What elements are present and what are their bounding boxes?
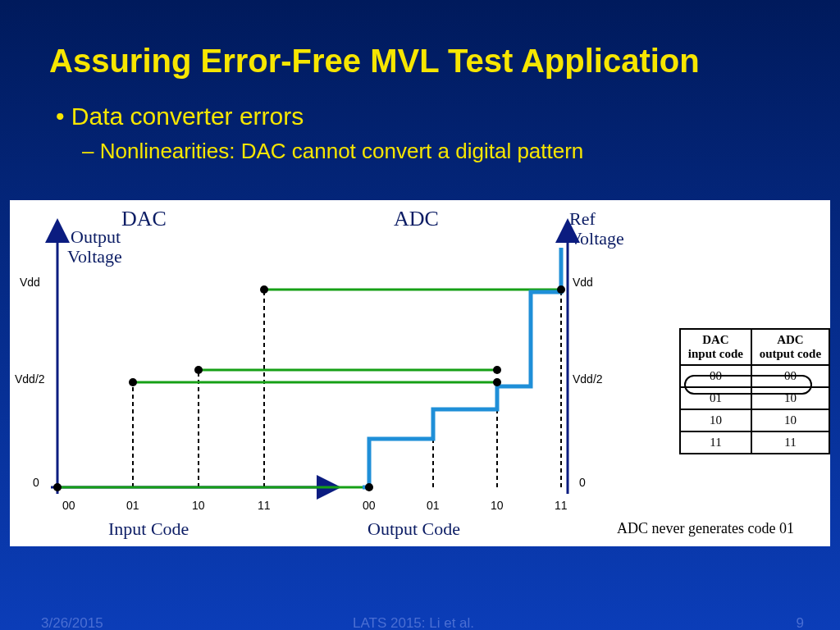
- bullet-level-1: Data converter errors: [75, 103, 840, 130]
- slide-title: Assuring Error-Free MVL Test Application: [0, 0, 840, 80]
- table-row: 1010: [680, 409, 829, 431]
- svg-point-18: [365, 483, 373, 491]
- svg-point-20: [493, 366, 501, 374]
- svg-point-14: [53, 483, 62, 491]
- table-row-circled: 0110: [680, 387, 829, 409]
- footer-date: 3/26/2015: [41, 615, 103, 630]
- figure-caption: ADC never generates code 01: [617, 520, 794, 537]
- table-header-adc: ADC output code: [751, 329, 829, 365]
- svg-point-19: [493, 378, 501, 386]
- footer-page-number: 9: [797, 615, 804, 630]
- svg-point-16: [194, 366, 203, 374]
- bullet-list: Data converter errors Nonlinearities: DA…: [0, 80, 840, 164]
- table-row: 0000: [680, 365, 829, 387]
- figure-panel: DAC Output Voltage Input Code ADC Output…: [10, 200, 830, 546]
- footer-citation: LATS 2015: Li et al.: [353, 615, 474, 630]
- table-header-dac: DAC input code: [680, 329, 751, 365]
- table-row: 1111: [680, 431, 829, 454]
- svg-point-17: [260, 285, 268, 294]
- svg-point-21: [557, 285, 565, 294]
- converter-chart-svg: [10, 200, 600, 546]
- bullet-level-2: Nonlinearities: DAC cannot convert a dig…: [75, 139, 840, 164]
- code-mapping-table: DAC input code ADC output code 0000 0110…: [679, 328, 830, 454]
- svg-point-15: [129, 378, 137, 386]
